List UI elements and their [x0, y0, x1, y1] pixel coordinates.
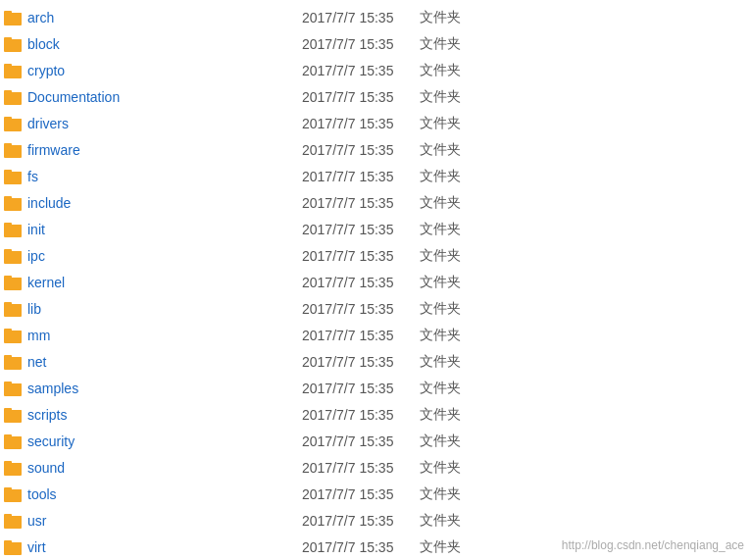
- file-date: 2017/7/7 15:35: [224, 89, 420, 105]
- table-row[interactable]: block2017/7/7 15:35文件夹: [0, 30, 752, 57]
- file-type: 文件夹: [420, 327, 461, 344]
- file-name[interactable]: lib: [27, 301, 224, 317]
- table-row[interactable]: init2017/7/7 15:35文件夹: [0, 216, 752, 242]
- file-name[interactable]: drivers: [27, 116, 224, 131]
- file-date: 2017/7/7 15:35: [224, 36, 420, 52]
- svg-rect-2: [4, 13, 22, 25]
- table-row[interactable]: security2017/7/7 15:35文件夹: [0, 428, 752, 454]
- file-date: 2017/7/7 15:35: [224, 222, 420, 237]
- table-row[interactable]: crypto2017/7/7 15:35文件夹: [0, 57, 752, 83]
- file-name[interactable]: kernel: [27, 275, 224, 290]
- folder-icon: [4, 195, 22, 211]
- file-name[interactable]: mm: [27, 328, 224, 343]
- svg-rect-32: [4, 278, 22, 289]
- file-name[interactable]: fs: [27, 169, 224, 184]
- file-name[interactable]: scripts: [27, 407, 224, 423]
- folder-icon: [4, 248, 22, 264]
- file-date: 2017/7/7 15:35: [224, 354, 420, 370]
- folder-icon: [4, 381, 22, 396]
- svg-rect-59: [4, 516, 22, 528]
- svg-rect-11: [4, 92, 22, 104]
- table-row[interactable]: include2017/7/7 15:35文件夹: [0, 189, 752, 216]
- folder-icon: [4, 328, 22, 343]
- file-date: 2017/7/7 15:35: [224, 328, 420, 343]
- svg-rect-29: [4, 251, 22, 263]
- file-date: 2017/7/7 15:35: [224, 539, 420, 555]
- file-type: 文件夹: [420, 194, 461, 212]
- folder-icon: [4, 539, 22, 555]
- file-type: 文件夹: [420, 62, 461, 79]
- file-type: 文件夹: [420, 168, 461, 185]
- folder-icon: [4, 513, 22, 529]
- file-name[interactable]: usr: [27, 513, 224, 529]
- file-name[interactable]: arch: [27, 10, 224, 25]
- file-type: 文件夹: [420, 485, 461, 503]
- file-type: 文件夹: [420, 512, 461, 530]
- file-date: 2017/7/7 15:35: [224, 195, 420, 211]
- file-name[interactable]: net: [27, 354, 224, 370]
- file-name[interactable]: sound: [27, 460, 224, 476]
- file-type: 文件夹: [420, 274, 461, 291]
- file-type: 文件夹: [420, 538, 461, 556]
- table-row[interactable]: kernel2017/7/7 15:35文件夹: [0, 269, 752, 295]
- folder-icon: [4, 301, 22, 317]
- svg-rect-17: [4, 145, 22, 157]
- file-date: 2017/7/7 15:35: [224, 63, 420, 78]
- folder-icon: [4, 169, 22, 184]
- svg-rect-20: [4, 172, 22, 183]
- file-name[interactable]: tools: [27, 486, 224, 502]
- file-name[interactable]: include: [27, 195, 224, 211]
- table-row[interactable]: drivers2017/7/7 15:35文件夹: [0, 110, 752, 136]
- file-date: 2017/7/7 15:35: [224, 407, 420, 423]
- table-row[interactable]: lib2017/7/7 15:35文件夹: [0, 295, 752, 322]
- table-row[interactable]: fs2017/7/7 15:35文件夹: [0, 163, 752, 189]
- file-name[interactable]: virt: [27, 539, 224, 555]
- file-name[interactable]: block: [27, 36, 224, 52]
- folder-icon: [4, 222, 22, 237]
- file-name[interactable]: security: [27, 433, 224, 449]
- folder-icon: [4, 36, 22, 52]
- svg-rect-47: [4, 410, 22, 422]
- file-name[interactable]: Documentation: [27, 89, 224, 105]
- svg-rect-8: [4, 66, 22, 77]
- file-type: 文件夹: [420, 9, 461, 26]
- svg-rect-50: [4, 436, 22, 448]
- table-row[interactable]: tools2017/7/7 15:35文件夹: [0, 481, 752, 507]
- file-name[interactable]: samples: [27, 381, 224, 396]
- file-type: 文件夹: [420, 35, 461, 53]
- table-row[interactable]: mm2017/7/7 15:35文件夹: [0, 322, 752, 348]
- file-date: 2017/7/7 15:35: [224, 275, 420, 290]
- file-name[interactable]: init: [27, 222, 224, 237]
- file-type: 文件夹: [420, 406, 461, 424]
- svg-rect-14: [4, 119, 22, 130]
- svg-rect-5: [4, 39, 22, 51]
- file-date: 2017/7/7 15:35: [224, 142, 420, 158]
- table-row[interactable]: sound2017/7/7 15:35文件夹: [0, 454, 752, 481]
- table-row[interactable]: usr2017/7/7 15:35文件夹: [0, 507, 752, 534]
- table-row[interactable]: Documentation2017/7/7 15:35文件夹: [0, 83, 752, 110]
- file-type: 文件夹: [420, 115, 461, 132]
- table-row[interactable]: samples2017/7/7 15:35文件夹: [0, 375, 752, 401]
- file-type: 文件夹: [420, 88, 461, 106]
- table-row[interactable]: arch2017/7/7 15:35文件夹: [0, 4, 752, 30]
- file-type: 文件夹: [420, 353, 461, 371]
- svg-rect-26: [4, 225, 22, 236]
- table-row[interactable]: net2017/7/7 15:35文件夹: [0, 348, 752, 375]
- svg-rect-23: [4, 198, 22, 210]
- table-row[interactable]: scripts2017/7/7 15:35文件夹: [0, 401, 752, 428]
- file-name[interactable]: crypto: [27, 63, 224, 78]
- file-date: 2017/7/7 15:35: [224, 381, 420, 396]
- folder-icon: [4, 89, 22, 105]
- file-date: 2017/7/7 15:35: [224, 433, 420, 449]
- watermark: http://blog.csdn.net/chenqiang_ace: [562, 538, 744, 552]
- folder-icon: [4, 486, 22, 502]
- file-type: 文件夹: [420, 221, 461, 238]
- file-type: 文件夹: [420, 247, 461, 265]
- table-row[interactable]: ipc2017/7/7 15:35文件夹: [0, 242, 752, 269]
- file-type: 文件夹: [420, 380, 461, 397]
- file-name[interactable]: ipc: [27, 248, 224, 264]
- table-row[interactable]: firmware2017/7/7 15:35文件夹: [0, 136, 752, 163]
- svg-rect-38: [4, 331, 22, 342]
- folder-icon: [4, 63, 22, 78]
- file-name[interactable]: firmware: [27, 142, 224, 158]
